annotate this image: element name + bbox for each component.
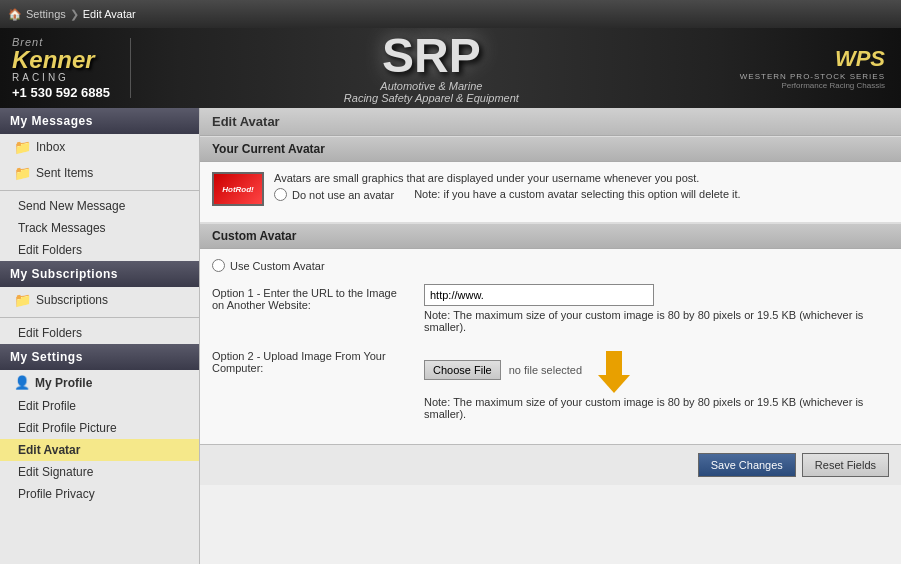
home-icon[interactable]: 🏠 bbox=[8, 8, 22, 21]
avatar-description: Avatars are small graphics that are disp… bbox=[274, 172, 741, 184]
brand-racing: RACING bbox=[12, 72, 110, 83]
wps-logo: WPS bbox=[740, 46, 885, 72]
option1-controls: Note: The maximum size of your custom im… bbox=[424, 284, 889, 333]
use-custom-avatar-row: Use Custom Avatar bbox=[212, 259, 889, 272]
sidebar-item-subscriptions[interactable]: 📁 Subscriptions bbox=[0, 287, 199, 313]
sidebar-item-edit-folders2[interactable]: Edit Folders bbox=[0, 322, 199, 344]
option1-label: Option 1 - Enter the URL to the Image on… bbox=[212, 284, 412, 311]
sidebar-item-my-profile[interactable]: 👤 My Profile bbox=[0, 370, 199, 395]
option2-note: Note: The maximum size of your custom im… bbox=[424, 396, 874, 420]
url-input[interactable] bbox=[424, 284, 654, 306]
do-not-use-avatar-row: Do not use an avatar bbox=[274, 188, 394, 201]
wps-tagline: Performance Racing Chassis bbox=[740, 81, 885, 90]
srp-logo: SRP bbox=[382, 32, 481, 80]
person-icon: 👤 bbox=[14, 375, 30, 390]
content-area: Edit Avatar Your Current Avatar HotRod! … bbox=[200, 108, 901, 564]
tagline1: Automotive & Marine bbox=[380, 80, 482, 92]
use-custom-avatar-radio[interactable] bbox=[212, 259, 225, 272]
sidebar-item-track-messages[interactable]: Track Messages bbox=[0, 217, 199, 239]
custom-avatar-section-label: Custom Avatar bbox=[200, 223, 901, 249]
sidebar-item-edit-signature[interactable]: Edit Signature bbox=[0, 461, 199, 483]
arrow-indicator bbox=[598, 351, 630, 393]
brand-name: Kenner bbox=[12, 48, 110, 72]
reset-fields-button[interactable]: Reset Fields bbox=[802, 453, 889, 477]
do-not-use-avatar-label: Do not use an avatar bbox=[292, 189, 394, 201]
sidebar-item-edit-profile-picture[interactable]: Edit Profile Picture bbox=[0, 417, 199, 439]
my-settings-header: My Settings bbox=[0, 344, 199, 370]
bottom-buttons: Save Changes Reset Fields bbox=[200, 444, 901, 485]
file-upload-row: Choose File no file selected bbox=[424, 347, 889, 393]
sidebar-item-edit-profile[interactable]: Edit Profile bbox=[0, 395, 199, 417]
choose-file-button[interactable]: Choose File bbox=[424, 360, 501, 380]
folder-icon: 📁 bbox=[14, 139, 31, 155]
sidebar-item-profile-privacy[interactable]: Profile Privacy bbox=[0, 483, 199, 505]
sidebar-item-inbox[interactable]: 📁 Inbox bbox=[0, 134, 199, 160]
sidebar: My Messages 📁 Inbox 📁 Sent Items Send Ne… bbox=[0, 108, 200, 564]
option1-note: Note: The maximum size of your custom im… bbox=[424, 309, 874, 333]
avatar-note: Note: if you have a custom avatar select… bbox=[414, 188, 741, 200]
save-changes-button[interactable]: Save Changes bbox=[698, 453, 796, 477]
custom-avatar-section: Use Custom Avatar Option 1 - Enter the U… bbox=[200, 249, 901, 444]
sidebar-item-edit-folders[interactable]: Edit Folders bbox=[0, 239, 199, 261]
your-current-avatar-section: Your Current Avatar bbox=[200, 136, 901, 162]
current-avatar-image: HotRod! bbox=[212, 172, 264, 206]
folder-icon-sent: 📁 bbox=[14, 165, 31, 181]
sidebar-item-send-new-message[interactable]: Send New Message bbox=[0, 195, 199, 217]
sidebar-item-sent-items[interactable]: 📁 Sent Items bbox=[0, 160, 199, 186]
content-header: Edit Avatar bbox=[200, 108, 901, 136]
divider2 bbox=[0, 317, 199, 318]
sidebar-item-edit-avatar[interactable]: Edit Avatar bbox=[0, 439, 199, 461]
no-file-selected-text: no file selected bbox=[509, 364, 582, 376]
brand-phone: +1 530 592 6885 bbox=[12, 85, 110, 100]
option2-row: Option 2 - Upload Image From Your Comput… bbox=[212, 347, 889, 420]
banner: Brent Kenner RACING +1 530 592 6885 SRP … bbox=[0, 28, 901, 108]
divider1 bbox=[0, 190, 199, 191]
option2-label: Option 2 - Upload Image From Your Comput… bbox=[212, 347, 412, 374]
top-bar: 🏠 Settings ❯ Edit Avatar bbox=[0, 0, 901, 28]
use-custom-avatar-label: Use Custom Avatar bbox=[230, 260, 325, 272]
my-messages-header: My Messages bbox=[0, 108, 199, 134]
wps-sub: WESTERN PRO-STOCK SERIES bbox=[740, 72, 885, 81]
do-not-use-avatar-radio[interactable] bbox=[274, 188, 287, 201]
avatar-section: HotRod! Avatars are small graphics that … bbox=[200, 162, 901, 223]
tagline2: Racing Safety Apparel & Equipment bbox=[344, 92, 519, 104]
my-subscriptions-header: My Subscriptions bbox=[0, 261, 199, 287]
option1-row: Option 1 - Enter the URL to the Image on… bbox=[212, 284, 889, 333]
breadcrumb-settings[interactable]: Settings bbox=[26, 8, 66, 20]
folder-icon-subs: 📁 bbox=[14, 292, 31, 308]
breadcrumb-separator: ❯ bbox=[70, 8, 79, 21]
option2-controls: Choose File no file selected Note: The m… bbox=[424, 347, 889, 420]
breadcrumb-current: Edit Avatar bbox=[83, 8, 136, 20]
